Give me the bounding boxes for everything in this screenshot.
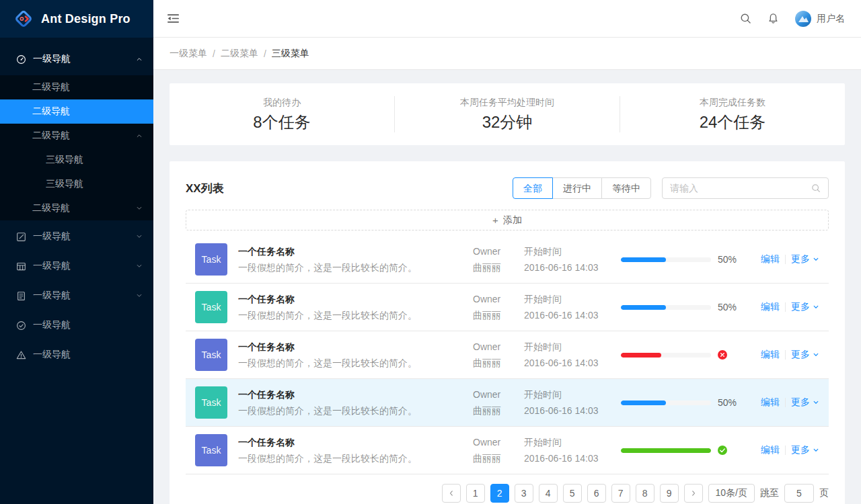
top-header: 用户名 xyxy=(153,0,861,38)
more-button[interactable]: 更多 xyxy=(791,301,819,313)
header-actions: 用户名 xyxy=(740,11,861,27)
task-progress: 50% xyxy=(621,302,747,312)
sidebar-item-sub3-child2[interactable]: 三级导航 xyxy=(0,172,153,196)
pagination: 1 2 3 4 5 6 7 8 9 10条/页 跳至 页 xyxy=(186,484,829,503)
page-content: 我的待办 8个任务 本周任务平均处理时间 32分钟 本周完成任务数 24个任务 … xyxy=(153,70,861,504)
divider xyxy=(785,398,786,407)
page-button[interactable]: 8 xyxy=(636,484,654,503)
start-time-column: 开始时间 2016-06-16 14:03 xyxy=(524,294,610,321)
sidebar-item-exception[interactable]: 一级导航 xyxy=(0,341,153,368)
owner-label: Owner xyxy=(473,341,513,353)
sidebar-item-table[interactable]: 一级导航 xyxy=(0,253,153,280)
task-actions: 编辑 更多 xyxy=(761,396,819,409)
page-button[interactable]: 4 xyxy=(539,484,558,503)
more-button[interactable]: 更多 xyxy=(791,349,819,361)
filter-waiting[interactable]: 等待中 xyxy=(601,177,651,199)
chevron-up-icon xyxy=(136,56,143,62)
chevron-up-icon xyxy=(136,132,143,139)
search-icon[interactable] xyxy=(740,13,751,24)
next-page-button[interactable] xyxy=(684,484,703,503)
dashboard-icon xyxy=(16,54,26,65)
jump-suffix: 页 xyxy=(819,487,829,499)
search-icon[interactable] xyxy=(811,183,821,193)
filter-in-progress[interactable]: 进行中 xyxy=(552,177,602,199)
breadcrumb-separator: / xyxy=(264,48,266,59)
prev-page-button[interactable] xyxy=(442,484,461,503)
bell-icon[interactable] xyxy=(768,13,779,24)
sidebar-item-profile[interactable]: 一级导航 xyxy=(0,282,153,309)
owner-column: Owner 曲丽丽 xyxy=(473,437,513,464)
edit-button[interactable]: 编辑 xyxy=(761,301,780,313)
more-button[interactable]: 更多 xyxy=(791,444,819,456)
sidebar-item-result[interactable]: 一级导航 xyxy=(0,312,153,339)
task-progress xyxy=(621,446,747,455)
task-title[interactable]: 一个任务名称 xyxy=(238,294,457,305)
breadcrumb-level1[interactable]: 一级菜单 xyxy=(170,48,207,60)
add-button[interactable]: + 添加 xyxy=(186,210,829,230)
start-time-column: 开始时间 2016-06-16 14:03 xyxy=(524,389,610,417)
start-time-label: 开始时间 xyxy=(524,437,610,448)
task-row: Task 一个任务名称 一段假想的简介，这是一段比较长的简介。 Owner 曲丽… xyxy=(186,236,829,284)
sidebar-item-sub3-child1[interactable]: 三级导航 xyxy=(0,148,153,172)
task-actions: 编辑 更多 xyxy=(761,253,819,265)
stat-label: 我的待办 xyxy=(170,97,394,109)
edit-button[interactable]: 编辑 xyxy=(761,253,780,265)
menu-fold-icon[interactable] xyxy=(153,0,192,38)
task-info: 一个任务名称 一段假想的简介，这是一段比较长的简介。 xyxy=(227,294,473,321)
sidebar-item-form[interactable]: 一级导航 xyxy=(0,223,153,250)
start-time-label: 开始时间 xyxy=(524,389,610,401)
table-icon xyxy=(16,261,26,271)
more-button[interactable]: 更多 xyxy=(791,253,819,265)
sidebar-item-sub1[interactable]: 二级导航 xyxy=(0,75,153,99)
task-row: Task 一个任务名称 一段假想的简介，这是一段比较长的简介。 Owner 曲丽… xyxy=(186,331,829,379)
task-title[interactable]: 一个任务名称 xyxy=(238,341,457,353)
start-time-value: 2016-06-16 14:03 xyxy=(524,262,610,274)
page-button-active[interactable]: 2 xyxy=(490,484,509,503)
jump-page-input[interactable] xyxy=(784,484,814,503)
breadcrumb: 一级菜单 / 二级菜单 / 三级菜单 xyxy=(153,38,861,70)
start-time-value: 2016-06-16 14:03 xyxy=(524,405,610,417)
owner-column: Owner 曲丽丽 xyxy=(473,341,513,369)
page-button[interactable]: 5 xyxy=(563,484,582,503)
task-title[interactable]: 一个任务名称 xyxy=(238,437,457,448)
task-title[interactable]: 一个任务名称 xyxy=(238,389,457,401)
page-button[interactable]: 3 xyxy=(515,484,533,503)
logo[interactable]: Ant Design Pro xyxy=(0,0,153,38)
start-time-value: 2016-06-16 14:03 xyxy=(524,310,610,321)
task-title[interactable]: 一个任务名称 xyxy=(238,246,457,257)
edit-button[interactable]: 编辑 xyxy=(761,444,780,456)
task-avatar: Task xyxy=(195,243,227,276)
progress-track xyxy=(621,401,711,405)
page-button[interactable]: 6 xyxy=(587,484,606,503)
page-size-select[interactable]: 10条/页 xyxy=(708,484,755,503)
divider xyxy=(785,255,786,264)
progress-fill xyxy=(621,305,666,310)
sidebar-item-sub3[interactable]: 二级导航 xyxy=(0,124,153,148)
stat-label: 本周完成任务数 xyxy=(620,97,845,109)
page-button[interactable]: 7 xyxy=(611,484,630,503)
edit-button[interactable]: 编辑 xyxy=(761,396,780,409)
user-menu[interactable]: 用户名 xyxy=(795,11,845,27)
progress-fill xyxy=(621,401,666,405)
chevron-down-icon xyxy=(136,263,143,269)
menu-label: 一级导航 xyxy=(33,290,71,302)
sidebar-item-sub4[interactable]: 二级导航 xyxy=(0,196,153,220)
sidebar-item-dashboard[interactable]: 一级导航 xyxy=(0,46,153,73)
more-button[interactable]: 更多 xyxy=(791,396,819,409)
plus-icon: + xyxy=(492,215,498,225)
search-input[interactable] xyxy=(670,183,811,194)
filter-all[interactable]: 全部 xyxy=(513,177,553,199)
breadcrumb-level2[interactable]: 二级菜单 xyxy=(221,48,258,60)
page-button[interactable]: 1 xyxy=(466,484,485,503)
edit-button[interactable]: 编辑 xyxy=(761,349,780,361)
progress-fill xyxy=(621,353,661,358)
menu-label: 一级导航 xyxy=(33,230,71,243)
sidebar-item-sub2-selected[interactable]: 二级导航 xyxy=(0,99,153,124)
owner-label: Owner xyxy=(473,389,513,401)
filter-radio-group: 全部 进行中 等待中 xyxy=(513,177,651,199)
check-circle-icon xyxy=(718,446,727,455)
more-label: 更多 xyxy=(791,396,810,409)
task-info: 一个任务名称 一段假想的简介，这是一段比较长的简介。 xyxy=(227,246,473,274)
menu-label: 二级导航 xyxy=(32,81,70,93)
page-button[interactable]: 9 xyxy=(660,484,679,503)
